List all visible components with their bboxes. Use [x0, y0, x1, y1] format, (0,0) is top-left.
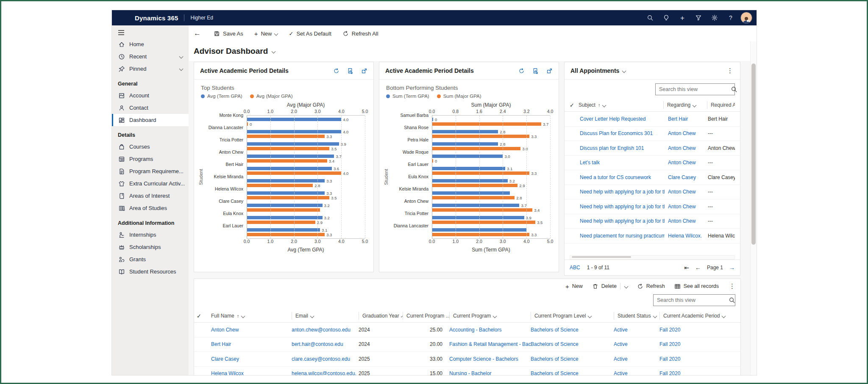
sum-term-gpa--bar[interactable]: 0: [432, 118, 550, 121]
set-as-default-button[interactable]: ✓ Set As Default: [289, 30, 331, 37]
grid-delete-button[interactable]: Delete: [592, 283, 617, 290]
avg-major-gpa--bar[interactable]: 2.9: [247, 221, 365, 224]
appointment-row[interactable]: Need help with applying for a job for th…: [565, 185, 740, 200]
settings-icon[interactable]: [708, 11, 721, 24]
select-all-icon[interactable]: ✓: [570, 102, 574, 108]
sum-major-gpa--bar[interactable]: 2.9: [432, 184, 550, 187]
avg-term-gpa--bar[interactable]: 3.7: [247, 155, 365, 158]
avg-major-gpa--bar[interactable]: 3.5: [247, 196, 365, 199]
brand-title[interactable]: Dynamics 365: [135, 14, 178, 22]
student-cell-student-status[interactable]: Active: [614, 370, 659, 376]
avg-term-gpa--bar[interactable]: 4.0: [247, 118, 365, 121]
appointment-row[interactable]: Cover Letter Help RequestedBert HairBert…: [565, 112, 740, 127]
grid-new-button[interactable]: + New: [565, 283, 583, 290]
vertical-scrollbar[interactable]: [750, 41, 757, 376]
sidebar-item-home[interactable]: Home: [112, 38, 189, 50]
refresh-icon[interactable]: [518, 68, 525, 74]
sidebar-item-dashboard[interactable]: Dashboard: [112, 114, 189, 126]
student-cell-full-name[interactable]: Helena Wilcox: [211, 370, 292, 376]
sum-major-gpa--bar[interactable]: 3.4: [432, 208, 550, 212]
appointment-subject[interactable]: Need help with applying for a job for th: [580, 204, 665, 210]
sum-major-gpa--bar[interactable]: 3.0: [432, 147, 550, 150]
avg-term-gpa--bar[interactable]: 3.9: [247, 142, 365, 146]
student-cell-current-program-level[interactable]: Bachelors of Science: [531, 370, 614, 376]
avg-term-gpa--bar[interactable]: 3.1: [247, 228, 365, 232]
expand-icon[interactable]: [546, 68, 553, 74]
save-as-button[interactable]: Save As: [214, 30, 243, 37]
sum-term-gpa--bar[interactable]: 3.9: [432, 216, 550, 219]
sidebar-item-extra-curricular-activ[interactable]: Extra Curricular Activ...: [112, 177, 189, 190]
appointment-regarding[interactable]: Anton Chew: [665, 189, 704, 195]
sidebar-item-pinned[interactable]: Pinned: [112, 63, 189, 75]
column-header-full-name[interactable]: Full Name↑: [211, 313, 292, 319]
avg-term-gpa--bar[interactable]: 3.2: [247, 216, 365, 219]
appointment-regarding[interactable]: Clare Casey: [665, 174, 704, 180]
grid-refresh-button[interactable]: Refresh: [637, 283, 665, 290]
sidebar-item-grants[interactable]: Grants: [112, 253, 189, 265]
sidebar-item-recent[interactable]: Recent: [112, 50, 189, 63]
student-cell-current-academic-period[interactable]: Fall 2020: [659, 341, 738, 347]
help-icon[interactable]: ?: [724, 11, 737, 24]
row-checkbox[interactable]: [570, 218, 576, 224]
appointment-regarding[interactable]: Anton Chew: [665, 218, 704, 224]
next-page-icon[interactable]: →: [729, 264, 735, 271]
avg-major-gpa--bar[interactable]: [247, 208, 365, 212]
student-cell-current-academic-period[interactable]: Fall 2020: [659, 370, 738, 376]
report-icon[interactable]: [532, 68, 539, 74]
sum-term-gpa--bar[interactable]: 3.7: [432, 204, 550, 207]
sum-term-gpa--bar[interactable]: 2.8: [432, 142, 550, 146]
appointment-subject[interactable]: Let's talk: [580, 160, 665, 166]
search-icon[interactable]: [644, 11, 657, 24]
more-commands-icon[interactable]: ⋮: [726, 67, 734, 75]
search-icon[interactable]: [729, 297, 738, 304]
appointment-subject[interactable]: Discuss Plan for Economics 301: [580, 130, 665, 136]
student-cell-student-status[interactable]: Active: [614, 327, 659, 333]
sum-term-gpa--bar[interactable]: [432, 191, 550, 195]
column-header-subject[interactable]: Subject↑: [579, 102, 663, 108]
appointment-subject[interactable]: Cover Letter Help Requested: [580, 116, 665, 122]
column-header-current-program-level[interactable]: Current Program Level: [531, 312, 614, 320]
sum-major-gpa--bar[interactable]: 3.3: [432, 171, 550, 175]
sidebar-item-contact[interactable]: Contact: [112, 102, 189, 114]
row-checkbox[interactable]: [570, 189, 576, 195]
first-page-icon[interactable]: ⇤: [684, 264, 689, 271]
student-cell-current-program-level[interactable]: Bachelors of Science: [531, 356, 614, 362]
sum-major-gpa--bar[interactable]: 3.7: [432, 122, 550, 126]
sum-term-gpa--bar[interactable]: 3.2: [432, 179, 550, 182]
avg-term-gpa--bar[interactable]: 3.2: [247, 204, 365, 207]
sum-major-gpa--bar[interactable]: 0: [432, 159, 550, 163]
student-cell-email[interactable]: helena.wilcox@contoso.edu.: [292, 370, 359, 376]
appointment-regarding[interactable]: Anton Chew: [665, 160, 704, 166]
avg-term-gpa--bar[interactable]: 4.0: [247, 130, 365, 133]
appointment-row[interactable]: Discuss plan for English 101Anton ChewAn…: [565, 141, 740, 156]
appointment-regarding[interactable]: Bert Hair: [665, 116, 704, 122]
app-name[interactable]: Higher Ed: [190, 15, 213, 21]
column-header-required-attendees[interactable]: Required Attendees: [707, 101, 735, 109]
sidebar-item-area-of-studies[interactable]: Area of Studies: [112, 202, 189, 214]
avg-term-gpa--bar[interactable]: 3.6: [247, 167, 365, 170]
sidebar-item-courses[interactable]: Courses: [112, 141, 189, 153]
scrollbar-thumb[interactable]: [751, 64, 756, 245]
appointments-search-input[interactable]: [656, 86, 731, 92]
jump-bar-abc[interactable]: ABC: [570, 265, 580, 271]
see-all-records-button[interactable]: See all records: [674, 283, 719, 290]
student-cell-full-name[interactable]: Anton Chew: [211, 327, 292, 333]
row-checkbox[interactable]: [570, 174, 576, 180]
student-cell-current-program[interactable]: Computer Science - Bachelors: [449, 356, 531, 362]
student-cell-email[interactable]: anton.chew@contoso.edu: [292, 327, 359, 333]
sum-major-gpa--bar[interactable]: 3.3: [432, 233, 550, 236]
avg-major-gpa--bar[interactable]: 0: [247, 122, 365, 126]
student-cell-student-status[interactable]: Active: [614, 356, 659, 362]
delete-split-chevron-icon[interactable]: [624, 284, 628, 288]
sum-major-gpa--bar[interactable]: 2.8: [432, 196, 550, 199]
student-row[interactable]: Anton Chewanton.chew@contoso.edu202425.0…: [194, 323, 740, 337]
row-checkbox[interactable]: [570, 160, 576, 166]
student-cell-email[interactable]: clare.casey@contoso.edu: [292, 356, 359, 362]
sum-major-gpa--bar[interactable]: 3.3: [432, 135, 550, 138]
report-icon[interactable]: [347, 68, 353, 74]
row-checkbox[interactable]: [570, 204, 576, 210]
sidebar-item-student-resources[interactable]: Student Resources: [112, 265, 189, 278]
student-row[interactable]: Helena Wilcoxhelena.wilcox@contoso.edu.2…: [194, 367, 740, 376]
row-checkbox[interactable]: [570, 233, 576, 239]
column-header-regarding[interactable]: Regarding: [663, 101, 707, 109]
